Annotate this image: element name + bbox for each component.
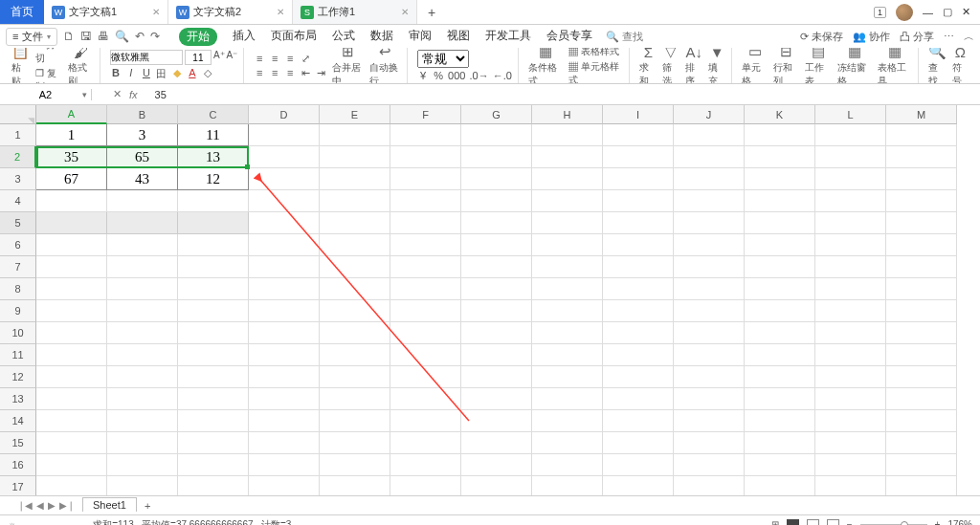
formula-value[interactable]: 35 — [149, 89, 167, 100]
sheet-nav[interactable]: ❘◀◀▶▶❘ — [17, 500, 75, 511]
col-header-M[interactable]: M — [886, 105, 957, 124]
freeze-panes[interactable]: ▦冻结窗格 — [837, 48, 872, 84]
align-right-icon[interactable]: ≡ — [284, 67, 296, 79]
cell-I17[interactable] — [603, 476, 674, 495]
name-box[interactable]: ▾ — [0, 89, 92, 100]
cell-C5[interactable] — [178, 212, 249, 234]
tab-start[interactable]: 开始 — [179, 28, 217, 46]
cell-E1[interactable] — [320, 124, 390, 146]
cell-D6[interactable] — [249, 234, 320, 256]
cell-L8[interactable] — [815, 278, 886, 300]
cell-G10[interactable] — [461, 322, 532, 344]
add-sheet-button[interactable]: + — [137, 500, 158, 512]
cell-H10[interactable] — [532, 322, 603, 344]
cell-K12[interactable] — [745, 366, 815, 388]
table-tools[interactable]: ▦表格工具 — [878, 48, 912, 84]
cell-L4[interactable] — [815, 190, 886, 212]
cell-A16[interactable] — [36, 454, 107, 476]
cell-B13[interactable] — [107, 388, 178, 410]
cell-B10[interactable] — [107, 322, 178, 344]
worksheet-ops[interactable]: ▤工作表 — [805, 48, 831, 84]
cell-E3[interactable] — [320, 168, 390, 190]
cell-M9[interactable] — [886, 300, 957, 322]
cell-E4[interactable] — [320, 190, 390, 212]
cell-J6[interactable] — [674, 234, 745, 256]
cell-F6[interactable] — [390, 234, 461, 256]
col-header-E[interactable]: E — [320, 105, 390, 124]
cell-E10[interactable] — [320, 322, 390, 344]
cell-C4[interactable] — [178, 190, 249, 212]
cell-D7[interactable] — [249, 256, 320, 278]
col-header-G[interactable]: G — [461, 105, 532, 124]
cell-L10[interactable] — [815, 322, 886, 344]
cell-J3[interactable] — [674, 168, 745, 190]
cell-A10[interactable] — [36, 322, 107, 344]
cell-H14[interactable] — [532, 410, 603, 432]
cell-I9[interactable] — [603, 300, 674, 322]
cell-L12[interactable] — [815, 366, 886, 388]
cell-G8[interactable] — [461, 278, 532, 300]
cell-M6[interactable] — [886, 234, 957, 256]
cell-K11[interactable] — [745, 344, 815, 366]
cell-E12[interactable] — [320, 366, 390, 388]
tab-review[interactable]: 审阅 — [409, 28, 432, 46]
fx-icon[interactable]: fx — [129, 89, 138, 100]
cell-K3[interactable] — [745, 168, 815, 190]
tab-dev[interactable]: 开发工具 — [485, 28, 531, 46]
sort-button[interactable]: A↓排序 — [685, 48, 702, 84]
cell-B2[interactable]: 65 — [107, 146, 178, 168]
cell-E13[interactable] — [320, 388, 390, 410]
new-icon[interactable]: 🗋 — [63, 30, 75, 43]
cell-L17[interactable] — [815, 476, 886, 495]
cell-C12[interactable] — [178, 366, 249, 388]
cell-F10[interactable] — [390, 322, 461, 344]
cell-F9[interactable] — [390, 300, 461, 322]
cell-H3[interactable] — [532, 168, 603, 190]
cell-H7[interactable] — [532, 256, 603, 278]
cell-I4[interactable] — [603, 190, 674, 212]
cell-C1[interactable]: 11 — [178, 124, 249, 146]
cell-A15[interactable] — [36, 432, 107, 454]
cell-C2[interactable]: 13 — [178, 146, 249, 168]
cell-C11[interactable] — [178, 344, 249, 366]
cell-L14[interactable] — [815, 410, 886, 432]
cell-L2[interactable] — [815, 146, 886, 168]
dec-inc-icon[interactable]: .0→ — [469, 70, 488, 81]
indent-dec-icon[interactable]: ⇤ — [300, 67, 311, 79]
tab-view[interactable]: 视图 — [447, 28, 470, 46]
sum-button[interactable]: Σ求和 — [639, 48, 657, 84]
row-header-8[interactable]: 8 — [0, 278, 36, 300]
row-header-16[interactable]: 16 — [0, 454, 36, 476]
cell-H13[interactable] — [532, 388, 603, 410]
cell-A8[interactable] — [36, 278, 107, 300]
cell-D8[interactable] — [249, 278, 320, 300]
row-header-4[interactable]: 4 — [0, 190, 36, 212]
cell-F16[interactable] — [390, 454, 461, 476]
home-tab[interactable]: 首页 — [0, 0, 44, 24]
cell-style[interactable]: ▦ 单元格样式 — [568, 60, 623, 85]
cell-M2[interactable] — [886, 146, 957, 168]
row-header-14[interactable]: 14 — [0, 410, 36, 432]
row-header-10[interactable]: 10 — [0, 322, 36, 344]
font-size[interactable] — [185, 50, 212, 65]
cell-M13[interactable] — [886, 388, 957, 410]
cell-D2[interactable] — [249, 146, 320, 168]
cond-format[interactable]: ▦条件格式 — [528, 48, 563, 84]
cell-M16[interactable] — [886, 454, 957, 476]
cell-F14[interactable] — [390, 410, 461, 432]
share-button[interactable]: 凸 分享 — [900, 30, 934, 44]
cell-E16[interactable] — [320, 454, 390, 476]
cell-C15[interactable] — [178, 432, 249, 454]
cell-M17[interactable] — [886, 476, 957, 495]
cell-B5[interactable] — [107, 212, 178, 234]
cell-F17[interactable] — [390, 476, 461, 495]
cell-A13[interactable] — [36, 388, 107, 410]
col-header-F[interactable]: F — [390, 105, 461, 124]
cell-D14[interactable] — [249, 410, 320, 432]
cell-L3[interactable] — [815, 168, 886, 190]
cell-K5[interactable] — [745, 212, 815, 234]
cell-K2[interactable] — [745, 146, 815, 168]
cell-A7[interactable] — [36, 256, 107, 278]
cell-E15[interactable] — [320, 432, 390, 454]
cell-J8[interactable] — [674, 278, 745, 300]
